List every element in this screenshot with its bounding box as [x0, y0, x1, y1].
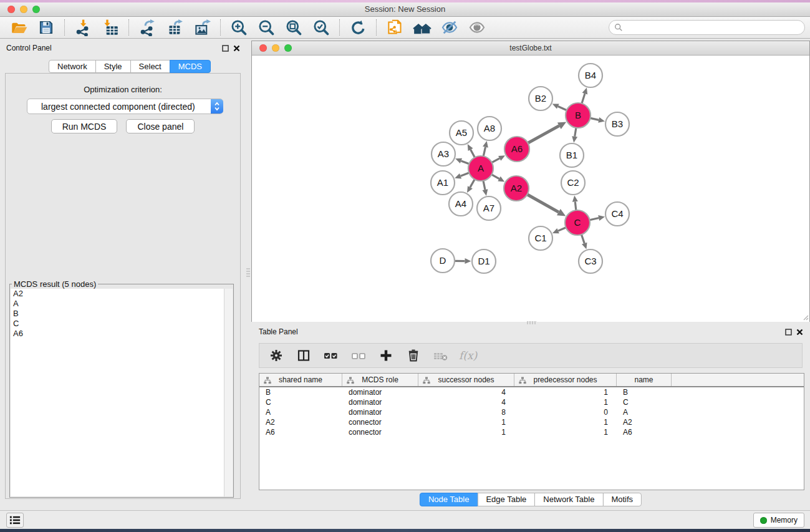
graph-edge-A6-B[interactable] — [528, 126, 559, 143]
save-session-button[interactable] — [35, 18, 57, 37]
tab-network[interactable]: Network — [49, 60, 96, 73]
zoom-window-button[interactable] — [32, 6, 40, 13]
add-row-button[interactable] — [377, 346, 395, 365]
graph-edge-A2-C[interactable] — [527, 195, 558, 212]
column-header-name[interactable]: name — [617, 374, 672, 386]
export-network-button[interactable] — [136, 18, 158, 37]
graph-node-label: B3 — [612, 118, 623, 129]
zoom-selected-button[interactable] — [310, 18, 332, 37]
graph-node-label: D1 — [478, 256, 489, 266]
mcds-result-item[interactable]: A — [11, 299, 224, 309]
column-header-shared-name[interactable]: shared name — [259, 374, 342, 386]
graph-edge-arrowhead — [572, 195, 578, 201]
mcds-result-item[interactable]: C — [11, 319, 224, 329]
mcds-result-item[interactable]: B — [11, 309, 224, 319]
graph-edge-A-A3[interactable] — [461, 161, 469, 164]
network-window-controls — [259, 44, 292, 52]
zoom-in-button[interactable] — [228, 18, 250, 37]
column-header-predecessor-nodes[interactable]: predecessor nodes — [514, 374, 617, 386]
result-scrollbar[interactable] — [224, 289, 233, 496]
table-cell: 4 — [418, 398, 514, 407]
apply-layout-button[interactable] — [347, 18, 369, 37]
mcds-result-item[interactable]: A6 — [11, 329, 224, 339]
tab-mcds[interactable]: MCDS — [170, 60, 211, 73]
export-table-button[interactable] — [163, 18, 186, 37]
close-table-panel-button[interactable] — [795, 327, 804, 336]
show-all-button[interactable] — [466, 18, 488, 37]
function-builder-button[interactable]: f(x) — [459, 349, 477, 362]
minimize-window-button[interactable] — [20, 6, 27, 13]
network-canvas[interactable]: B4B2BB3A8A5A6A3B1AA1C2A2A4A7C4CC1C3DD1 — [252, 56, 809, 322]
graph-node-label: B4 — [585, 70, 596, 80]
graph-edge-arrowhead — [455, 173, 461, 178]
graph-edge-A-A2[interactable] — [491, 175, 499, 179]
table-row[interactable]: A6connector11A6 — [259, 427, 804, 437]
close-window-button[interactable] — [7, 6, 15, 13]
tab-network-table[interactable]: Network Table — [534, 493, 603, 506]
eye-icon — [468, 19, 486, 36]
tab-edge-table[interactable]: Edge Table — [477, 493, 535, 506]
task-history-button[interactable] — [6, 513, 24, 528]
graph-edge-A-A7[interactable] — [483, 181, 485, 190]
zoom-network-button[interactable] — [284, 44, 292, 52]
close-panel-button[interactable] — [232, 44, 241, 52]
resize-corner-icon[interactable] — [802, 314, 809, 321]
table-toolbar: f(x) — [259, 343, 803, 368]
zoom-out-button[interactable] — [255, 18, 277, 37]
import-network-button[interactable] — [72, 18, 94, 37]
mcds-result-item[interactable]: A2 — [11, 289, 224, 299]
tab-motifs[interactable]: Motifs — [602, 493, 642, 506]
vertical-divider-grip[interactable] — [246, 268, 250, 278]
deselect-all-button[interactable] — [349, 346, 368, 365]
run-mcds-button[interactable]: Run MCDS — [51, 119, 118, 133]
graph-node-label: A7 — [483, 203, 494, 213]
search-input[interactable] — [627, 22, 799, 32]
table-row[interactable]: Bdominator41B — [259, 387, 804, 397]
graph-edge-A-A4[interactable] — [470, 179, 475, 187]
mcds-panel: Optimization criterion: largest connecte… — [5, 73, 241, 499]
close-icon — [233, 45, 240, 52]
criterion-select[interactable]: largest connected component (directed) — [27, 99, 223, 114]
show-nested-network-button[interactable] — [411, 18, 433, 37]
open-session-button[interactable] — [7, 18, 30, 37]
show-columns-button[interactable] — [294, 346, 313, 365]
toolbar-separator — [376, 19, 377, 36]
table-row[interactable]: A2connector11A2 — [259, 417, 804, 427]
graph-edge-B-B2[interactable] — [558, 107, 567, 110]
tab-select[interactable]: Select — [130, 60, 170, 73]
graph-edge-C-C2[interactable] — [575, 201, 576, 210]
tab-node-table[interactable]: Node Table — [420, 493, 478, 506]
fit-content-button[interactable] — [282, 18, 305, 37]
graph-edge-A-A1[interactable] — [461, 173, 470, 176]
clone-network-button[interactable] — [383, 18, 406, 37]
graph-edge-B-B3[interactable] — [591, 118, 599, 120]
float-table-panel-button[interactable] — [784, 327, 793, 336]
column-header-successor-nodes[interactable]: successor nodes — [418, 374, 514, 386]
graph-edge-B-B1[interactable] — [575, 128, 576, 137]
column-header-MCDS-role[interactable]: MCDS role — [342, 374, 418, 386]
close-mcds-panel-button[interactable]: Close panel — [126, 119, 195, 133]
memory-button[interactable]: Memory — [753, 513, 804, 528]
graph-edge-C-C4[interactable] — [590, 218, 599, 220]
table-settings-button[interactable] — [267, 346, 286, 365]
graph-edge-A-A5[interactable] — [471, 150, 475, 158]
tab-style[interactable]: Style — [95, 60, 131, 73]
graph-edge-B-B4[interactable] — [582, 94, 585, 104]
columns-icon — [296, 348, 311, 363]
import-table-button[interactable] — [99, 18, 122, 37]
column-label: predecessor nodes — [533, 375, 597, 384]
select-all-button[interactable] — [322, 346, 340, 365]
delete-table-button[interactable] — [432, 346, 450, 365]
delete-row-button[interactable] — [404, 346, 423, 365]
graph-edge-C-C1[interactable] — [558, 228, 566, 231]
float-panel-button[interactable] — [221, 44, 229, 52]
table-row[interactable]: Cdominator41C — [259, 397, 804, 407]
export-image-button[interactable] — [191, 18, 213, 37]
graph-edge-A-A6[interactable] — [492, 158, 500, 163]
graph-edge-A-A8[interactable] — [483, 147, 485, 157]
hide-selected-button[interactable] — [438, 18, 461, 37]
close-network-button[interactable] — [259, 44, 267, 52]
table-row[interactable]: Adominator80A — [259, 407, 804, 417]
graph-edge-C-C3[interactable] — [581, 235, 584, 243]
minimize-network-button[interactable] — [272, 44, 279, 52]
